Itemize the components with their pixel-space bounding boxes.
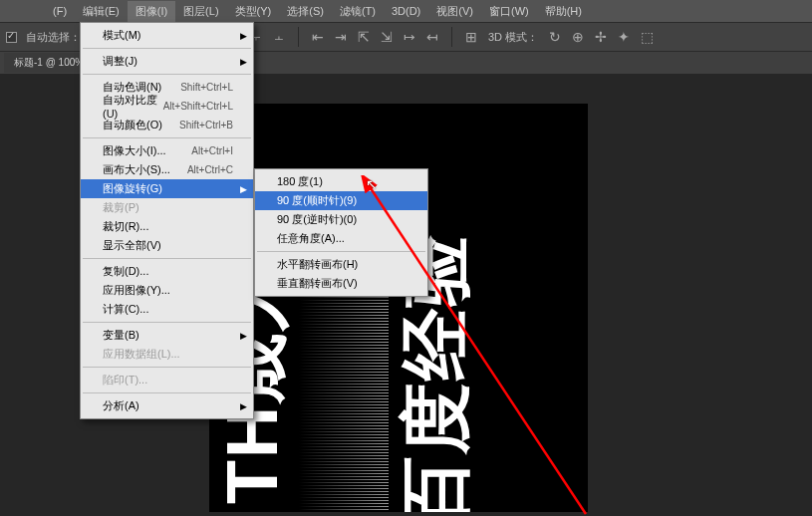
submenu-arrow-icon: ▶ [240, 401, 247, 411]
separator [451, 27, 452, 47]
menu-item-adjustments[interactable]: 调整(J)▶ [81, 52, 253, 71]
mode-label-3d: 3D 模式： [488, 30, 538, 45]
menu-item-90ccw[interactable]: 90 度(逆时针)(0) [255, 210, 427, 229]
menu-file[interactable]: (F) [45, 2, 75, 20]
distribute-icon[interactable]: ↤ [421, 26, 443, 48]
menu-divider [83, 48, 251, 49]
menu-item-apply-data-set: 应用数据组(L)... [81, 345, 253, 364]
3d-tool-icon[interactable]: ✢ [590, 26, 612, 48]
menu-divider [83, 392, 251, 393]
menu-item-variables[interactable]: 变量(B)▶ [81, 326, 253, 345]
submenu-arrow-icon: ▶ [240, 31, 247, 41]
menu-item-mode[interactable]: 模式(M)▶ [81, 26, 253, 45]
menu-select[interactable]: 选择(S) [279, 1, 332, 22]
submenu-arrow-icon: ▶ [240, 184, 247, 194]
menu-item-canvas-size[interactable]: 画布大小(S)...Alt+Ctrl+C [81, 160, 253, 179]
rotation-submenu: 180 度(1) 90 度(顺时针)(9) 90 度(逆时针)(0) 任意角度(… [254, 168, 428, 297]
menu-item-arbitrary[interactable]: 任意角度(A)... [255, 229, 427, 248]
menu-item-image-size[interactable]: 图像大小(I)...Alt+Ctrl+I [81, 141, 253, 160]
menu-item-apply-image[interactable]: 应用图像(Y)... [81, 281, 253, 300]
distribute-icon[interactable]: ↦ [399, 26, 420, 48]
menu-item-auto-contrast[interactable]: 自动对比度(U)Alt+Shift+Ctrl+L [81, 97, 253, 116]
menu-item-90cw[interactable]: 90 度(顺时针)(9) [255, 191, 427, 210]
main-menubar: (F) 编辑(E) 图像(I) 图层(L) 类型(Y) 选择(S) 滤镜(T) … [0, 0, 812, 22]
menu-item-duplicate[interactable]: 复制(D)... [81, 262, 253, 281]
auto-select-checkbox[interactable] [6, 32, 17, 43]
align-icon[interactable]: ⫠ [268, 26, 290, 48]
auto-select-label: 自动选择： [26, 30, 81, 45]
separator [298, 27, 299, 47]
menu-item-image-rotation[interactable]: 图像旋转(G)▶ [81, 179, 253, 198]
toolbar-icon[interactable]: ⊞ [460, 26, 482, 48]
menu-divider [83, 322, 251, 323]
menu-edit[interactable]: 编辑(E) [75, 1, 128, 22]
menu-divider [83, 258, 251, 259]
menu-item-calculations[interactable]: 计算(C)... [81, 300, 253, 319]
menu-image[interactable]: 图像(I) [128, 1, 175, 22]
menu-item-crop: 裁剪(P) [81, 198, 253, 217]
menu-item-reveal-all[interactable]: 显示全部(V) [81, 236, 253, 255]
menu-item-trim[interactable]: 裁切(R)... [81, 217, 253, 236]
document[interactable]: TH晟人 百度经验 [209, 104, 588, 512]
menu-divider [257, 251, 425, 252]
distribute-icon[interactable]: ⇲ [376, 26, 398, 48]
3d-tool-icon[interactable]: ⬚ [636, 26, 658, 48]
menu-divider [83, 367, 251, 368]
3d-tool-icon[interactable]: ✦ [613, 26, 635, 48]
3d-group: ↻ ⊕ ✢ ✦ ⬚ [544, 26, 658, 48]
menu-type[interactable]: 类型(Y) [227, 1, 280, 22]
menu-item-180[interactable]: 180 度(1) [255, 172, 427, 191]
menu-3d[interactable]: 3D(D) [384, 2, 428, 20]
menu-layer[interactable]: 图层(L) [175, 1, 226, 22]
distribute-icon[interactable]: ⇥ [330, 26, 352, 48]
3d-tool-icon[interactable]: ⊕ [567, 26, 589, 48]
distribute-icon[interactable]: ⇱ [353, 26, 375, 48]
menu-view[interactable]: 视图(V) [428, 1, 481, 22]
distribute-group: ⇤ ⇥ ⇱ ⇲ ↦ ↤ [307, 26, 443, 48]
menu-item-flip-v[interactable]: 垂直翻转画布(V) [255, 274, 427, 293]
submenu-arrow-icon: ▶ [240, 57, 247, 67]
menu-item-flip-h[interactable]: 水平翻转画布(H) [255, 255, 427, 274]
distribute-icon[interactable]: ⇤ [307, 26, 329, 48]
mouse-cursor-icon: ↖ [366, 176, 378, 192]
3d-tool-icon[interactable]: ↻ [544, 26, 566, 48]
image-menu-dropdown: 模式(M)▶ 调整(J)▶ 自动色调(N)Shift+Ctrl+L 自动对比度(… [80, 22, 254, 419]
menu-window[interactable]: 窗口(W) [481, 1, 537, 22]
menu-divider [83, 74, 251, 75]
menu-item-auto-color[interactable]: 自动颜色(O)Shift+Ctrl+B [81, 116, 253, 134]
menu-divider [83, 137, 251, 138]
menu-filter[interactable]: 滤镜(T) [332, 1, 384, 22]
menu-item-trap: 陷印(T)... [81, 371, 253, 389]
menu-help[interactable]: 帮助(H) [537, 1, 590, 22]
menu-item-analysis[interactable]: 分析(A)▶ [81, 396, 253, 415]
submenu-arrow-icon: ▶ [240, 331, 247, 341]
